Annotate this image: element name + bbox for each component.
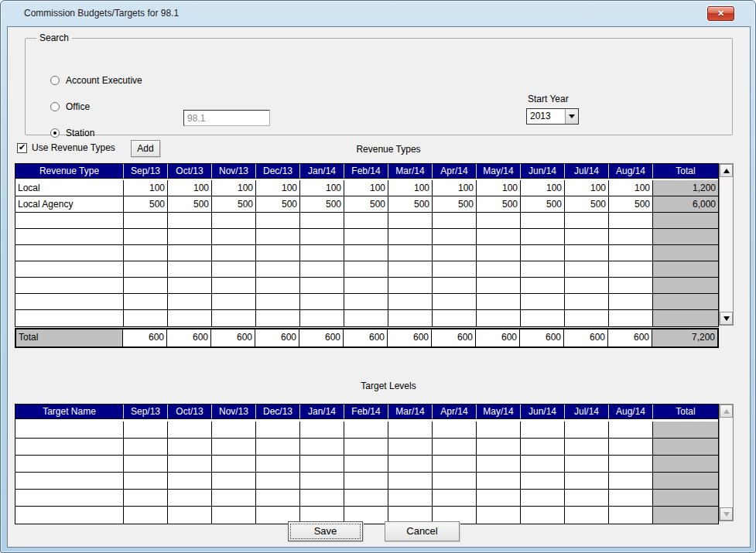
value-cell[interactable] [124,456,168,473]
scroll-up-button[interactable] [720,164,733,177]
value-cell[interactable] [565,422,609,439]
row-name-cell[interactable] [15,213,124,229]
value-cell[interactable] [609,473,653,490]
value-cell[interactable] [124,229,168,245]
value-cell[interactable] [300,213,344,229]
value-cell[interactable] [609,490,653,507]
value-cell[interactable] [477,507,521,524]
value-cell[interactable]: 500 [477,196,521,213]
value-cell[interactable] [256,473,300,490]
value-cell[interactable] [124,261,168,278]
value-cell[interactable] [256,278,300,294]
add-button[interactable]: Add [131,140,160,157]
value-cell[interactable] [609,422,653,439]
value-cell[interactable] [565,473,609,490]
use-revenue-types-checkbox[interactable]: Use Revenue Types [17,142,115,153]
scroll-down-button[interactable] [720,312,733,325]
value-cell[interactable] [256,439,300,456]
value-cell[interactable] [477,294,521,310]
value-cell[interactable]: 500 [256,196,300,213]
row-name-cell[interactable] [15,229,124,245]
value-cell[interactable] [433,422,477,439]
value-cell[interactable] [565,490,609,507]
value-cell[interactable] [521,261,565,278]
value-cell[interactable] [388,245,433,261]
value-cell[interactable] [300,261,344,278]
station-input[interactable] [183,110,270,126]
value-cell[interactable] [300,294,344,310]
value-cell[interactable] [256,213,300,229]
row-name-cell[interactable] [15,439,124,456]
value-cell[interactable] [433,473,477,490]
value-cell[interactable] [212,507,256,524]
value-cell[interactable] [388,229,433,245]
row-name-cell[interactable] [15,294,124,310]
value-cell[interactable]: 100 [565,180,609,196]
value-cell[interactable] [212,213,256,229]
value-cell[interactable] [344,439,388,456]
value-cell[interactable] [124,213,168,229]
value-cell[interactable] [433,294,477,310]
value-cell[interactable]: 100 [300,180,344,196]
value-cell[interactable] [344,245,388,261]
value-cell[interactable]: 500 [168,196,212,213]
value-cell[interactable] [609,294,653,310]
value-cell[interactable] [124,439,168,456]
value-cell[interactable]: 100 [168,180,212,196]
value-cell[interactable] [565,229,609,245]
value-cell[interactable] [388,456,433,473]
value-cell[interactable] [388,294,433,310]
value-cell[interactable] [521,278,565,294]
value-cell[interactable] [300,245,344,261]
value-cell[interactable] [433,213,477,229]
value-cell[interactable] [344,261,388,278]
value-cell[interactable] [521,245,565,261]
value-cell[interactable] [521,422,565,439]
value-cell[interactable] [300,278,344,294]
value-cell[interactable] [124,278,168,294]
row-name-cell[interactable]: Local Agency [15,196,124,213]
radio-station[interactable]: Station [50,128,94,138]
value-cell[interactable] [212,490,256,507]
value-cell[interactable] [344,213,388,229]
value-cell[interactable]: 100 [256,180,300,196]
value-cell[interactable]: 500 [565,196,609,213]
value-cell[interactable] [609,229,653,245]
radio-office[interactable]: Office [50,101,90,112]
value-cell[interactable] [168,213,212,229]
value-cell[interactable] [256,422,300,439]
value-cell[interactable] [565,245,609,261]
value-cell[interactable] [565,310,609,326]
row-name-cell[interactable] [15,456,124,473]
value-cell[interactable] [212,229,256,245]
value-cell[interactable] [212,261,256,278]
value-cell[interactable]: 100 [212,180,256,196]
value-cell[interactable]: 100 [388,180,433,196]
value-cell[interactable] [477,473,521,490]
value-cell[interactable] [344,490,388,507]
value-cell[interactable] [477,278,521,294]
value-cell[interactable] [388,439,433,456]
row-name-cell[interactable] [15,490,124,507]
value-cell[interactable] [565,439,609,456]
value-cell[interactable] [300,490,344,507]
value-cell[interactable] [168,245,212,261]
value-cell[interactable] [300,310,344,326]
value-cell[interactable] [212,278,256,294]
value-cell[interactable] [212,456,256,473]
value-cell[interactable] [212,422,256,439]
value-cell[interactable] [124,490,168,507]
value-cell[interactable] [168,439,212,456]
value-cell[interactable] [168,278,212,294]
start-year-select[interactable]: 2013 [526,108,579,125]
value-cell[interactable] [344,294,388,310]
value-cell[interactable] [433,456,477,473]
title-bar[interactable]: Commission Budgets/Targets for 98.1 ✕ [1,1,755,26]
value-cell[interactable]: 500 [609,196,653,213]
value-cell[interactable] [300,456,344,473]
row-name-cell[interactable] [15,473,124,490]
scroll-up-button[interactable] [720,405,733,418]
value-cell[interactable]: 100 [521,180,565,196]
value-cell[interactable] [521,490,565,507]
value-cell[interactable]: 100 [433,180,477,196]
